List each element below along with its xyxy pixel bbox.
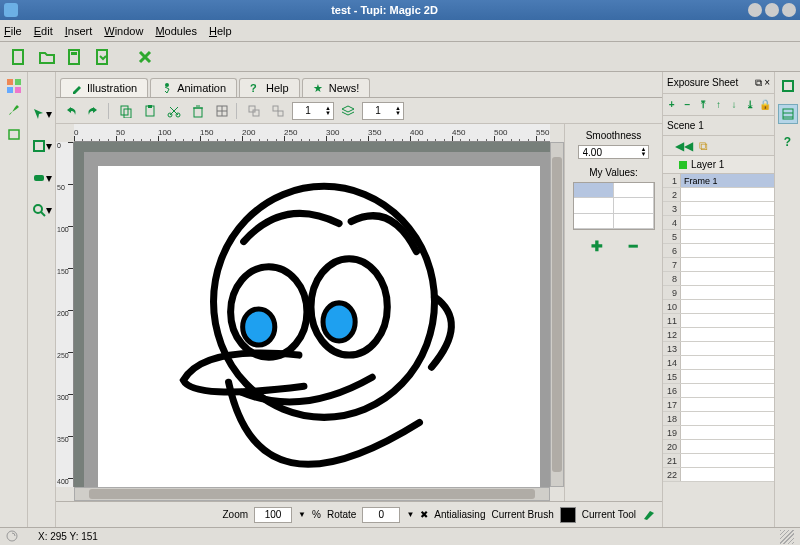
redo-icon[interactable] [84, 101, 104, 121]
antialias-label[interactable]: Antialiasing [434, 509, 485, 520]
scrollbar-vertical[interactable] [550, 142, 564, 487]
menu-window[interactable]: Window [104, 25, 143, 37]
saveas-file-icon[interactable] [92, 46, 114, 68]
save-file-icon[interactable] [64, 46, 86, 68]
paint-tool-icon[interactable]: ▾ [32, 168, 52, 188]
frame-cell[interactable] [681, 230, 774, 243]
frame-cell[interactable]: Frame 1 [681, 174, 774, 187]
spin-arrows-icon[interactable]: ▲▼ [393, 105, 403, 117]
scrollbar-horizontal[interactable] [74, 487, 550, 501]
frame-row[interactable]: 18 [663, 412, 774, 426]
frame-row[interactable]: 1Frame 1 [663, 174, 774, 188]
frame-cell[interactable] [681, 426, 774, 439]
layers-icon[interactable] [338, 101, 358, 121]
frame-row[interactable]: 13 [663, 342, 774, 356]
undo-icon[interactable] [60, 101, 80, 121]
tab-news[interactable]: ★News! [302, 78, 371, 97]
frame-cell[interactable] [681, 342, 774, 355]
panel-close-icon[interactable]: × [764, 77, 770, 89]
frame-input[interactable] [293, 105, 323, 116]
layer-header[interactable]: Layer 1 [663, 156, 774, 174]
canvas-frame[interactable] [84, 152, 550, 487]
menu-help[interactable]: Help [209, 25, 232, 37]
tab-animation[interactable]: Animation [150, 78, 237, 97]
frame-cell[interactable] [681, 384, 774, 397]
frame-row[interactable]: 16 [663, 384, 774, 398]
menu-insert[interactable]: Insert [65, 25, 93, 37]
open-file-icon[interactable] [36, 46, 58, 68]
frame-row[interactable]: 4 [663, 216, 774, 230]
frame-spinbox[interactable]: ▲▼ [292, 102, 334, 120]
grid-icon[interactable] [212, 101, 232, 121]
rotate-input[interactable] [362, 507, 400, 523]
lock-icon[interactable]: 🔒 [758, 98, 772, 112]
frame-row[interactable]: 8 [663, 272, 774, 286]
frame-cell[interactable] [681, 398, 774, 411]
spin-arrows-icon[interactable]: ▲▼ [323, 105, 333, 117]
frame-cell[interactable] [681, 454, 774, 467]
frame-row[interactable]: 14 [663, 356, 774, 370]
brush-swatch[interactable] [560, 507, 576, 523]
exposure-dock-icon[interactable] [778, 104, 798, 124]
maximize-button[interactable] [765, 3, 779, 17]
tab-help[interactable]: ?Help [239, 78, 300, 97]
values-grid[interactable] [573, 182, 655, 230]
frame-row[interactable]: 19 [663, 426, 774, 440]
frame-row[interactable]: 22 [663, 468, 774, 482]
frame-cell[interactable] [681, 300, 774, 313]
frame-row[interactable]: 9 [663, 286, 774, 300]
frame-cell[interactable] [681, 328, 774, 341]
frame-cell[interactable] [681, 188, 774, 201]
frame-cell[interactable] [681, 272, 774, 285]
menu-file[interactable]: File [4, 25, 22, 37]
frame-cell[interactable] [681, 216, 774, 229]
layer-input[interactable] [363, 105, 393, 116]
frame-row[interactable]: 6 [663, 244, 774, 258]
spin-arrows-icon[interactable]: ▲▼ [639, 146, 649, 158]
library-icon[interactable] [4, 124, 24, 144]
move-up-icon[interactable]: ↑ [712, 98, 726, 112]
close-file-icon[interactable] [134, 46, 156, 68]
frame-row[interactable]: 2 [663, 188, 774, 202]
scene-prev-icon[interactable]: ◀◀ [675, 139, 693, 153]
frame-row[interactable]: 5 [663, 230, 774, 244]
canvas-viewport[interactable] [74, 142, 550, 487]
move-down-icon[interactable]: ↓ [727, 98, 741, 112]
add-value-icon[interactable]: ✚ [591, 238, 603, 254]
frame-row[interactable]: 11 [663, 314, 774, 328]
remove-frame-icon[interactable]: − [681, 98, 695, 112]
layer-visible-icon[interactable] [679, 161, 687, 169]
zoom-input[interactable] [254, 507, 292, 523]
frame-row[interactable]: 17 [663, 398, 774, 412]
frame-row[interactable]: 20 [663, 440, 774, 454]
antialias-close-icon[interactable]: ✖ [420, 509, 428, 520]
frame-cell[interactable] [681, 370, 774, 383]
smoothness-input[interactable] [579, 147, 639, 158]
ungroup-icon[interactable] [268, 101, 288, 121]
scene-row[interactable]: Scene 1 [663, 116, 774, 136]
frame-row[interactable]: 15 [663, 370, 774, 384]
remove-value-icon[interactable]: ━ [629, 238, 637, 254]
frame-cell[interactable] [681, 314, 774, 327]
cut-icon[interactable] [164, 101, 184, 121]
frame-row[interactable]: 3 [663, 202, 774, 216]
frame-cell[interactable] [681, 356, 774, 369]
add-frame-icon[interactable]: + [665, 98, 679, 112]
delete-icon[interactable] [188, 101, 208, 121]
frame-row[interactable]: 7 [663, 258, 774, 272]
help-dock-icon[interactable]: ? [778, 132, 798, 152]
menu-edit[interactable]: Edit [34, 25, 53, 37]
scenes-dock-icon[interactable] [778, 76, 798, 96]
move-start-icon[interactable]: ⤒ [696, 98, 710, 112]
pointer-tool-icon[interactable]: ▾ [32, 104, 52, 124]
scene-copy-icon[interactable]: ⧉ [699, 139, 708, 153]
frame-cell[interactable] [681, 258, 774, 271]
frame-cell[interactable] [681, 202, 774, 215]
frame-row[interactable]: 10 [663, 300, 774, 314]
close-button[interactable] [782, 3, 796, 17]
palette-icon[interactable] [4, 76, 24, 96]
minimize-button[interactable] [748, 3, 762, 17]
zoom-tool-icon[interactable]: ▾ [32, 200, 52, 220]
frame-row[interactable]: 12 [663, 328, 774, 342]
undock-icon[interactable]: ⧉ [755, 77, 762, 89]
